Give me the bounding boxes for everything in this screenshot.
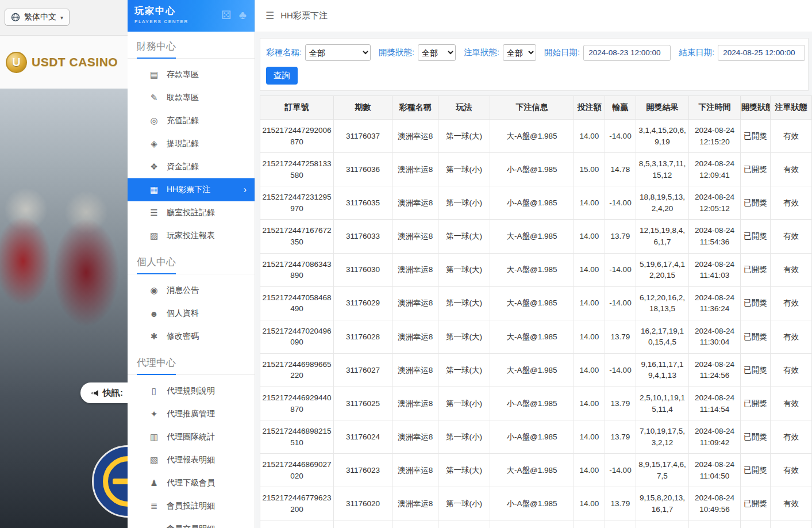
cell-play: 第一球(大) <box>438 286 490 320</box>
start-date-input[interactable] <box>583 45 671 61</box>
cell-order_no: 2152172447231295970 <box>260 186 334 220</box>
cell-period: 31176024 <box>334 420 392 454</box>
table-row: 215217244677556931176019澳洲幸运8第一球(大)大-A盤@… <box>260 521 812 528</box>
bets-table: 訂單號期數彩種名稱玩法下注信息投注額輸贏開獎結果下注時間開獎狀態注單狀態 215… <box>260 95 812 528</box>
column-header-draw_result: 開獎結果 <box>636 96 689 120</box>
sidebar-item-label: 廳室投註記錄 <box>167 208 215 218</box>
sidebar-item-funds-records[interactable]: ❖資金記錄 <box>128 155 255 178</box>
cell-win_loss: -14.00 <box>605 353 636 387</box>
sidebar-item-profile[interactable]: ☻個人資料 <box>128 302 255 325</box>
cell-draw_result: 9,15,8,20,13,16,1,7 <box>636 487 689 521</box>
sidebar-item-deposit[interactable]: ▤存款專區 <box>128 63 255 86</box>
sidebar-header: 玩家中心 PLAYERS CENTER ⚄ ♣ <box>128 0 255 32</box>
cell-play: 第一球(大) <box>438 220 490 253</box>
cell-lottery: 澳洲幸运8 <box>392 521 438 528</box>
sidebar-item-hh-lottery-bets[interactable]: ▦HH彩票下注› <box>128 178 255 201</box>
player-center-sidebar: 玩家中心 PLAYERS CENTER ⚄ ♣ 財務中心▤存款專區✎取款專區◎充… <box>128 0 255 528</box>
cell-lottery: 澳洲幸运8 <box>392 286 438 320</box>
cell-draw_result: 8,5,3,13,7,11,15,12 <box>636 153 689 186</box>
sidebar-item-announcements[interactable]: ◉消息公告 <box>128 279 255 302</box>
sidebar-item-member-transaction-details[interactable]: ≡會員交易明細 <box>128 518 255 528</box>
sidebar-item-room-bet-records[interactable]: ☰廳室投註記錄 <box>128 201 255 224</box>
cell-bet_amount: 14.00 <box>574 120 605 153</box>
cell-win_loss: -14.00 <box>605 253 636 286</box>
cell-bet_time: 2024-08-24 11:09:42 <box>689 420 741 454</box>
sidebar-item-label: 資金記錄 <box>167 162 199 172</box>
cell-bet_info: 小-A盤@1.985 <box>490 420 574 454</box>
sidebar-item-member-bet-details[interactable]: ≣會員投註明細 <box>128 495 255 518</box>
sidebar-item-player-bet-report[interactable]: ▨玩家投注報表 <box>128 224 255 247</box>
sidebar-nav: 財務中心▤存款專區✎取款專區◎充值記錄◈提現記錄❖資金記錄▦HH彩票下注›☰廳室… <box>128 32 255 528</box>
sidebar-item-agent-report-details[interactable]: ▧代理報表明細 <box>128 449 255 472</box>
cell-period: 31176033 <box>334 220 392 253</box>
cell-draw_result: 15,11,2,20,14, <box>636 521 689 528</box>
query-button[interactable]: 查詢 <box>266 67 298 85</box>
cell-order_no: 2152172447086343890 <box>260 253 334 286</box>
sidebar-item-withdraw[interactable]: ✎取款專區 <box>128 86 255 109</box>
sidebar-item-label: 代理下級會員 <box>167 478 215 488</box>
cell-play: 第一球(大) <box>438 320 490 353</box>
filter-panel: 彩種名稱: 全部 開獎狀態: 全部 注單狀態: 全部 <box>260 38 809 91</box>
brand-coin-logo: U <box>6 52 27 73</box>
cell-order_status: 有效 <box>771 487 812 521</box>
cell-order_status: 有效 <box>771 186 812 220</box>
sidebar-item-recharge-records[interactable]: ◎充值記錄 <box>128 109 255 132</box>
draw-status-select[interactable]: 全部 <box>418 44 456 61</box>
cell-bet_info: 小-A盤@1.985 <box>490 487 574 521</box>
column-header-bet_amount: 投注額 <box>574 96 605 120</box>
sidebar-item-agent-promotion[interactable]: ✦代理推廣管理 <box>128 403 255 426</box>
cell-play: 第一球(大) <box>438 521 490 528</box>
cell-bet_time: 2024-08-24 11:14:54 <box>689 387 741 420</box>
cell-bet_info: 大-A盤@1.985 <box>490 320 574 353</box>
cell-draw_result: 6,12,20,16,2,18,13,5 <box>636 286 689 320</box>
cell-draw_result: 5,19,6,17,4,12,20,15 <box>636 253 689 286</box>
share-icon: ✦ <box>148 409 160 419</box>
cell-bet_time: 2024-08-24 10:49:56 <box>689 487 741 521</box>
lottery-bet-icon: ▦ <box>148 185 160 195</box>
menu-toggle-icon[interactable]: ☰ <box>265 10 274 22</box>
cell-lottery: 澳洲幸运8 <box>392 120 438 153</box>
members-icon: ♟ <box>148 478 160 488</box>
cell-bet_time: 2024-08-24 11:24:56 <box>689 353 741 387</box>
cell-order_status: 有效 <box>771 320 812 353</box>
cell-period: 31176035 <box>334 186 392 220</box>
order-status-select[interactable]: 全部 <box>503 44 536 61</box>
sidebar-item-agent-rules[interactable]: ▯代理規則說明 <box>128 380 255 403</box>
cell-bet_time: 2024-08-24 <box>689 521 741 528</box>
cell-period: 31176025 <box>334 387 392 420</box>
games-deco-icons: ⚄ ♣ <box>221 8 249 22</box>
announcement-bell-icon: ◉ <box>148 285 160 296</box>
page: 繁体中文 ▾ U USDT CASINO 快訊: 玩家中心 PLAYERS CE… <box>0 0 812 528</box>
cell-win_loss: -14.00 <box>605 454 636 487</box>
end-date-input[interactable] <box>718 45 805 61</box>
cell-draw_status: 已開獎 <box>741 420 771 454</box>
bet-detail-list-icon: ≣ <box>148 501 160 511</box>
cell-order_status: 有效 <box>771 153 812 186</box>
cell-bet_info: 大-A盤@1.985 <box>490 220 574 253</box>
news-ticker: 快訊: <box>80 382 128 403</box>
cell-bet_amount: 14.00 <box>574 521 605 528</box>
sidebar-item-agent-team-stats[interactable]: ▥代理團隊統計 <box>128 426 255 449</box>
start-date-group: 開始日期: <box>544 45 671 61</box>
sidebar-item-agent-sub-members[interactable]: ♟代理下級會員 <box>128 472 255 495</box>
end-date-label: 結束日期: <box>679 47 714 58</box>
cell-win_loss: 13.79 <box>605 220 636 253</box>
caret-down-icon: ▾ <box>60 14 63 21</box>
lottery-select[interactable]: 全部 <box>305 44 371 61</box>
site-background-pane: 繁体中文 ▾ U USDT CASINO 快訊: <box>0 0 128 528</box>
table-row: 215217244708634389031176030澳洲幸运8第一球(大)大-… <box>260 253 812 286</box>
cell-draw_status: 已開獎 <box>741 387 771 420</box>
cell-draw_status: 已開獎 <box>741 186 771 220</box>
content-topbar: ☰ HH彩票下注 <box>255 0 812 32</box>
chevron-right-icon: › <box>244 185 247 195</box>
cell-order_status: 有效 <box>771 286 812 320</box>
cell-order_status: 有效 <box>771 454 812 487</box>
sidebar-item-withdrawal-records[interactable]: ◈提現記錄 <box>128 132 255 155</box>
sidebar-item-change-password[interactable]: ✱修改密碼 <box>128 325 255 348</box>
language-selector[interactable]: 繁体中文 ▾ <box>5 9 70 26</box>
cell-order_no: 2152172446898215510 <box>260 420 334 454</box>
deposit-card-icon: ▤ <box>148 70 160 80</box>
table-row: 215217244702049609031176028澳洲幸运8第一球(大)大-… <box>260 320 812 353</box>
cell-period: 31176027 <box>334 353 392 387</box>
cell-period: 31176020 <box>334 487 392 521</box>
